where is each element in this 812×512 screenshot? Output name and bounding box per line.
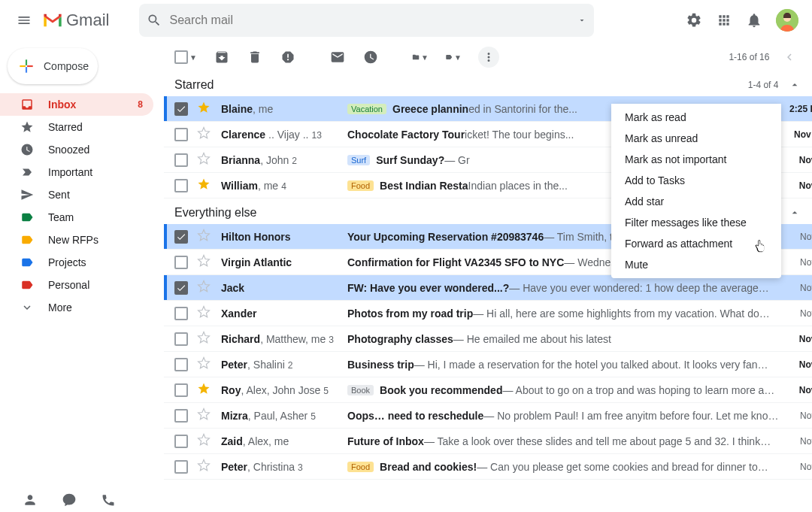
person-icon[interactable] <box>23 492 38 507</box>
star-button[interactable] <box>197 382 211 398</box>
star-button[interactable] <box>197 152 211 168</box>
label-chip[interactable]: Book <box>347 385 374 395</box>
star-button[interactable] <box>197 126 211 142</box>
star-button[interactable] <box>197 459 211 474</box>
row-checkbox[interactable] <box>174 383 188 397</box>
date: Nov 11 <box>786 129 812 140</box>
email-row[interactable]: Peter, Shalini2 Business trip — Hi, I ma… <box>164 352 812 377</box>
menu-filter-messages-like-these[interactable]: Filter messages like these <box>611 212 781 233</box>
email-row[interactable]: Peter, Christina3 FoodBread and cookies!… <box>164 454 812 480</box>
search-input[interactable] <box>169 14 586 27</box>
row-checkbox[interactable] <box>174 307 188 320</box>
star-button[interactable] <box>197 254 211 270</box>
label-chip[interactable]: Surf <box>347 155 370 165</box>
search-bar[interactable] <box>139 4 594 37</box>
menu-add-star[interactable]: Add star <box>611 191 781 212</box>
nav-personal[interactable]: Personal <box>0 274 153 296</box>
account-avatar[interactable] <box>776 9 798 32</box>
compose-label: Compose <box>44 60 89 72</box>
row-checkbox[interactable] <box>174 460 188 474</box>
email-row[interactable]: Xander Photos from my road trip — Hi all… <box>164 301 812 326</box>
search-options-icon[interactable] <box>577 16 586 25</box>
collapse-icon[interactable] <box>789 207 801 219</box>
collapse-icon[interactable] <box>789 79 801 91</box>
nav-new-rfps[interactable]: New RFPs <box>0 229 153 251</box>
snooze-button[interactable] <box>362 50 379 65</box>
menu-mute[interactable]: Mute <box>611 254 781 275</box>
sender: Richard, Matthew, me3 <box>221 333 347 345</box>
email-row[interactable]: Mizra, Paul, Asher5 Oops… need to resche… <box>164 403 812 429</box>
menu-forward-as-attachment[interactable]: Forward as attachment <box>611 233 781 254</box>
apps-button[interactable] <box>716 12 732 29</box>
hangouts-icon[interactable] <box>62 492 77 507</box>
menu-mark-as-not-important[interactable]: Mark as not important <box>611 149 781 170</box>
star-button[interactable] <box>197 331 211 347</box>
row-checkbox[interactable] <box>174 409 188 423</box>
row-checkbox[interactable] <box>174 332 188 346</box>
nav-snoozed[interactable]: Snoozed <box>0 138 153 161</box>
date: Nov 5 <box>786 436 812 447</box>
sender: Peter, Shalini2 <box>221 359 347 371</box>
archive-button[interactable] <box>214 50 230 65</box>
star-button[interactable] <box>197 433 211 449</box>
sender: Brianna, John2 <box>221 154 347 166</box>
row-checkbox[interactable] <box>174 435 188 448</box>
hamburger-icon <box>17 13 32 28</box>
date: Nov 7 <box>786 257 812 268</box>
gmail-logo[interactable]: Gmail <box>42 11 109 30</box>
star-button[interactable] <box>197 356 211 372</box>
more-actions-button[interactable] <box>478 47 499 68</box>
nav-projects[interactable]: Projects <box>0 251 153 274</box>
header: Gmail <box>0 0 812 41</box>
clock-icon <box>363 50 378 65</box>
star-button[interactable] <box>197 101 211 117</box>
nav-team[interactable]: Team <box>0 206 153 229</box>
row-checkbox[interactable] <box>174 102 188 116</box>
nav-sent[interactable]: Sent <box>0 183 153 206</box>
email-row[interactable]: Richard, Matthew, me3 Photography classe… <box>164 326 812 352</box>
row-checkbox[interactable] <box>174 281 188 295</box>
label-chip[interactable]: Food <box>347 180 374 191</box>
row-checkbox[interactable] <box>174 128 188 141</box>
main-menu-button[interactable] <box>9 5 39 35</box>
row-checkbox[interactable] <box>174 358 188 371</box>
email-row[interactable]: Jack FW: Have you ever wondered...? — Ha… <box>164 275 812 301</box>
delete-button[interactable] <box>247 50 263 65</box>
select-dropdown[interactable]: ▼ <box>189 53 197 62</box>
nav-inbox[interactable]: Inbox8 <box>0 93 153 116</box>
select-all-checkbox[interactable] <box>174 50 188 64</box>
email-row[interactable]: Roy, Alex, John Jose5 BookBook you recom… <box>164 377 812 403</box>
row-checkbox[interactable] <box>174 179 188 192</box>
nav-label: Projects <box>48 256 86 268</box>
nav-important[interactable]: Important <box>0 161 153 183</box>
star-button[interactable] <box>197 305 211 321</box>
row-checkbox[interactable] <box>174 153 188 167</box>
date: 2:25 PM <box>786 104 812 114</box>
nav-starred[interactable]: Starred <box>0 116 153 138</box>
notifications-button[interactable] <box>746 12 762 29</box>
star-button[interactable] <box>197 407 211 423</box>
menu-mark-as-read[interactable]: Mark as read <box>611 107 781 128</box>
label-chip[interactable]: Food <box>347 462 374 472</box>
mark-read-button[interactable] <box>329 50 346 65</box>
phone-icon[interactable] <box>101 492 116 507</box>
menu-mark-as-unread[interactable]: Mark as unread <box>611 128 781 149</box>
email-row[interactable]: Zaid, Alex, me Future of Inbox — Take a … <box>164 429 812 454</box>
spam-button[interactable] <box>280 50 296 65</box>
subject-line: Oops… need to reschedule — No problem Pa… <box>347 410 778 422</box>
star-button[interactable] <box>197 280 211 295</box>
row-checkbox[interactable] <box>174 230 188 244</box>
label-button[interactable]: ▼ <box>445 50 462 65</box>
star-button[interactable] <box>197 177 211 193</box>
expand-icon <box>20 301 35 314</box>
row-checkbox[interactable] <box>174 256 188 269</box>
menu-add-to-tasks[interactable]: Add to Tasks <box>611 170 781 191</box>
settings-button[interactable] <box>686 12 702 29</box>
sender: Zaid, Alex, me <box>221 435 347 447</box>
star-button[interactable] <box>197 229 211 244</box>
compose-button[interactable]: Compose <box>8 48 98 84</box>
label-chip[interactable]: Vacation <box>347 104 386 114</box>
nav-more[interactable]: More <box>0 296 153 319</box>
prev-page-button[interactable] <box>783 50 796 64</box>
move-button[interactable]: ▼ <box>412 50 429 65</box>
